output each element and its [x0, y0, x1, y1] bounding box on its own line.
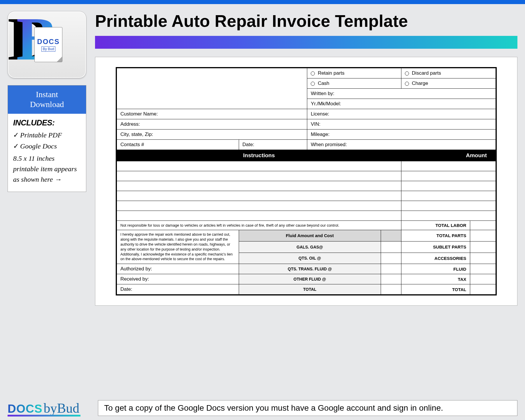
charge-option: Charge [401, 78, 496, 89]
include-label: Printable PDF [20, 131, 62, 139]
discard-parts-option: Discard parts [401, 68, 496, 78]
fluid-trans-amt [381, 264, 401, 274]
fluid-other: OTHER FLUID @ [239, 274, 381, 284]
page-title: Printable Auto Repair Invoice Template [95, 11, 517, 31]
grand-total-value [470, 284, 496, 295]
radio-icon [311, 82, 315, 86]
footer-docs-text: DOCS [8, 402, 43, 415]
date-field: Date: [239, 140, 307, 150]
instant-download-badge: Instant Download [8, 85, 86, 114]
city-state-zip-field: City, state, Zip: [116, 130, 307, 140]
retain-parts-option: Retain parts [307, 68, 401, 78]
footer-bybud-text: byBud [44, 400, 80, 416]
written-by-field: Written by: [307, 89, 496, 99]
total-parts-value [470, 230, 496, 242]
accessories-value [470, 253, 496, 264]
disclaimer-text: I hereby approve the repair work mention… [116, 230, 239, 264]
authorized-by-field: Authorized by: [116, 264, 239, 274]
customer-name-field: Customer Name: [116, 109, 307, 119]
sidebar: D B DOCS By Bud Instant Download INCLUDE… [8, 11, 86, 306]
instruction-row [116, 191, 401, 201]
gradient-divider [95, 36, 517, 49]
not-responsible-text: Not responsible for loss or damage to ve… [116, 221, 401, 230]
include-item-pdf: ✓Printable PDF [13, 131, 81, 139]
fluid-gas: GALS. GAS@ [239, 241, 381, 253]
fluid-header: Fluid Amount and Cost [239, 230, 381, 242]
radio-icon [405, 82, 409, 86]
main-column: Printable Auto Repair Invoice Template R… [95, 11, 517, 306]
total-labor-label: TOTAL LABOR [401, 221, 470, 230]
total-labor-value [470, 221, 496, 230]
amount-row [401, 211, 496, 221]
license-field: License: [307, 109, 496, 119]
main-content: D B DOCS By Bud Instant Download INCLUDE… [0, 4, 525, 306]
footer-logo-wrap: DOCS byBud [8, 400, 79, 416]
dimensions-note: 8.5 x 11 inches printable item appears a… [13, 153, 81, 185]
amount-header: Amount [401, 150, 496, 161]
instruction-row [116, 161, 401, 171]
fluid-gas-amt [381, 241, 401, 253]
cash-option: Cash [307, 78, 401, 89]
radio-icon [405, 71, 409, 76]
check-icon: ✓ [13, 142, 19, 150]
footer-gradient-bar [8, 415, 80, 416]
fluid-total: TOTAL [239, 284, 381, 295]
fluid-other-amt [381, 274, 401, 284]
total-parts-label: TOTAL PARTS [401, 230, 470, 242]
grand-total-label: TOTAL [401, 284, 470, 295]
invoice-logo-area [116, 68, 307, 109]
amount-row [401, 201, 496, 211]
include-label: Google Docs [20, 142, 57, 150]
radio-icon [311, 71, 315, 76]
amount-row [401, 161, 496, 171]
amount-row [401, 191, 496, 201]
footer-note: To get a copy of the Google Docs version… [98, 400, 517, 416]
fluid-total-value [470, 264, 496, 274]
top-accent-bar [0, 0, 525, 4]
instruction-row [116, 211, 401, 221]
fluid-trans: QTS. TRANS. FLUID @ [239, 264, 381, 274]
footer: DOCS byBud To get a copy of the Google D… [8, 400, 517, 416]
fluid-total-amt [381, 284, 401, 295]
invoice-table: Retain parts Discard parts Cash Charge W… [116, 67, 497, 295]
includes-header: INCLUDES: [13, 118, 81, 127]
tax-value [470, 274, 496, 284]
address-field: Address: [116, 119, 307, 130]
fluid-header-amt [381, 230, 401, 242]
instruction-row [116, 181, 401, 191]
fluid-oil-amt [381, 253, 401, 264]
amount-row [401, 171, 496, 181]
logo-docs-text: DOCS [37, 38, 59, 46]
when-promised-field: When promised: [307, 140, 496, 150]
sublet-parts-value [470, 241, 496, 253]
include-item-gdocs: ✓Google Docs [13, 142, 81, 150]
vin-field: VIN: [307, 119, 496, 130]
instruction-row [116, 171, 401, 181]
check-icon: ✓ [13, 131, 19, 139]
fluid-oil: QTS. OIL @ [239, 253, 381, 264]
tax-label: TAX [401, 274, 470, 284]
logo-bybud-text: By Bud [41, 46, 56, 52]
yr-mk-model-field: Yr./Mk/Model: [307, 99, 496, 109]
accessories-label: ACCESSORIES [401, 253, 470, 264]
amount-row [401, 181, 496, 191]
date-sig-field: Date: [116, 284, 239, 295]
brand-logo: D B DOCS By Bud [8, 11, 86, 78]
sidebar-info-box: Instant Download INCLUDES: ✓Printable PD… [8, 85, 86, 192]
instruction-row [116, 201, 401, 211]
received-by-field: Received by: [116, 274, 239, 284]
sublet-parts-label: SUBLET PARTS [401, 241, 470, 253]
fluid-total-label: FLUID [401, 264, 470, 274]
instructions-header: Instructions [116, 150, 401, 161]
contacts-field: Contacts # [116, 140, 239, 150]
logo-paper-icon: DOCS By Bud [34, 27, 62, 62]
mileage-field: Mileage: [307, 130, 496, 140]
invoice-preview: Retain parts Discard parts Cash Charge W… [95, 57, 517, 306]
